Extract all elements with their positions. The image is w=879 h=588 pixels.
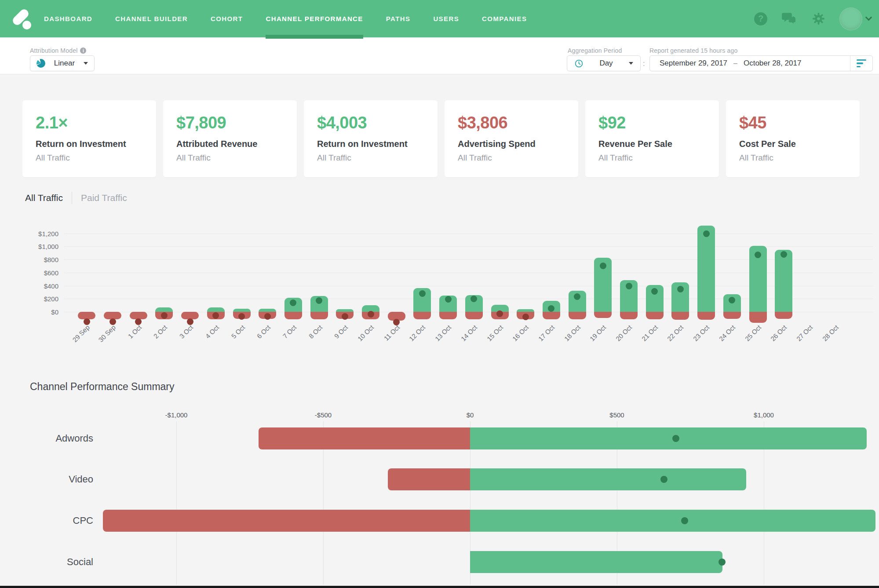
profit-dot[interactable] bbox=[719, 559, 726, 566]
profit-dot[interactable] bbox=[238, 313, 245, 320]
x-axis-label: 26 Oct bbox=[761, 323, 788, 351]
tab-paid-traffic[interactable]: Paid Traffic bbox=[81, 193, 127, 203]
x-axis-label: 17 Oct bbox=[529, 323, 556, 351]
bar-spend[interactable] bbox=[594, 312, 612, 318]
bar-spend[interactable] bbox=[388, 468, 470, 490]
profit-dot[interactable] bbox=[368, 311, 374, 318]
avatar[interactable] bbox=[840, 8, 862, 30]
profit-dot[interactable] bbox=[672, 435, 679, 442]
attribution-model-label: Attribution Model bbox=[30, 47, 86, 54]
bar-spend[interactable] bbox=[310, 312, 328, 319]
bar-revenue[interactable] bbox=[470, 468, 746, 490]
bar-spend[interactable] bbox=[413, 312, 431, 319]
nav-tab-users[interactable]: USERS bbox=[433, 0, 459, 37]
bar-spend[interactable] bbox=[569, 312, 586, 319]
kpi-title: Revenue Per Sale bbox=[598, 139, 715, 149]
bar-spend[interactable] bbox=[259, 427, 470, 449]
kpi-title: Cost Per Sale bbox=[739, 139, 855, 149]
nav-tab-channel-builder[interactable]: CHANNEL BUILDER bbox=[115, 0, 188, 37]
x-axis-label: 30 Sep bbox=[90, 323, 117, 351]
x-axis-label: 3 Oct bbox=[168, 323, 195, 351]
bar-spend[interactable] bbox=[439, 312, 457, 319]
summary-section-title: Channel Performance Summary bbox=[30, 381, 175, 393]
attribution-model-value: Linear bbox=[54, 59, 75, 68]
date-range-separator: – bbox=[733, 59, 737, 67]
top-nav: DASHBOARDCHANNEL BUILDERCOHORTCHANNEL PE… bbox=[0, 0, 879, 37]
bar-spend[interactable] bbox=[543, 312, 560, 319]
info-icon[interactable] bbox=[80, 47, 86, 54]
nav-tab-paths[interactable]: PATHS bbox=[386, 0, 411, 37]
bar-spend[interactable] bbox=[620, 312, 638, 319]
settings-icon[interactable] bbox=[811, 11, 826, 26]
kpi-card: $3,806Advertising SpendAll Traffic bbox=[445, 100, 578, 177]
bar-spend[interactable] bbox=[103, 510, 470, 532]
bar-revenue[interactable] bbox=[775, 250, 792, 312]
x-axis-label: 1 Oct bbox=[116, 323, 143, 351]
bar-spend[interactable] bbox=[646, 312, 664, 319]
bar-revenue[interactable] bbox=[697, 226, 715, 312]
traffic-tabs: All Traffic Paid Traffic bbox=[25, 192, 127, 204]
x-axis-label: 12 Oct bbox=[400, 323, 427, 351]
bar-revenue[interactable] bbox=[470, 427, 867, 449]
profit-dot[interactable] bbox=[264, 313, 271, 320]
chevron-down-icon bbox=[865, 14, 872, 21]
nav-tab-companies[interactable]: COMPANIES bbox=[482, 0, 527, 37]
date-range-picker[interactable]: September 29, 2017 – October 28, 2017 bbox=[649, 55, 873, 71]
x-axis-label: 6 Oct bbox=[245, 323, 272, 351]
bar-spend[interactable] bbox=[749, 312, 767, 323]
bar-spend[interactable] bbox=[284, 312, 302, 319]
bar-spend[interactable] bbox=[465, 312, 483, 319]
bar-revenue[interactable] bbox=[233, 309, 251, 312]
nav-tab-cohort[interactable]: COHORT bbox=[211, 0, 243, 37]
profit-dot[interactable] bbox=[781, 251, 787, 258]
nav-tab-dashboard[interactable]: DASHBOARD bbox=[44, 0, 92, 37]
x-axis-label: 15 Oct bbox=[477, 323, 504, 351]
date-box-divider bbox=[850, 56, 850, 71]
nav-tab-channel-performance[interactable]: CHANNEL PERFORMANCE bbox=[266, 0, 363, 37]
help-icon[interactable] bbox=[754, 12, 767, 26]
x-axis-label: 27 Oct bbox=[787, 323, 814, 351]
profit-dot[interactable] bbox=[342, 313, 348, 320]
profit-dot[interactable] bbox=[419, 290, 426, 297]
x-axis-label: 14 Oct bbox=[451, 323, 478, 351]
aggregation-period-select[interactable]: Day bbox=[567, 55, 641, 71]
summary-chart: -$1,000-$500$0$500$1,000AdwordsVideoCPCS… bbox=[0, 409, 879, 586]
filter-lines-icon[interactable] bbox=[857, 59, 867, 68]
bar-revenue[interactable] bbox=[470, 510, 875, 532]
kpi-card: 2.1×Return on InvestmentAll Traffic bbox=[22, 100, 156, 177]
y-axis-label: $0 bbox=[17, 308, 58, 316]
messages-icon[interactable] bbox=[781, 11, 797, 26]
x-axis-label: -$500 bbox=[315, 411, 332, 419]
profit-dot[interactable] bbox=[212, 312, 219, 319]
kpi-value: $7,809 bbox=[176, 113, 292, 132]
profit-dot[interactable] bbox=[445, 296, 452, 303]
profit-dot[interactable] bbox=[626, 283, 632, 289]
profit-dot[interactable] bbox=[729, 297, 735, 303]
tab-all-traffic[interactable]: All Traffic bbox=[25, 193, 63, 203]
bar-revenue[interactable] bbox=[259, 309, 276, 312]
bar-revenue[interactable] bbox=[155, 307, 173, 312]
bar-spend[interactable] bbox=[723, 312, 741, 319]
bar-spend[interactable] bbox=[697, 312, 715, 320]
y-axis-label: $1,200 bbox=[17, 230, 58, 237]
bar-revenue[interactable] bbox=[470, 551, 722, 573]
profit-dot[interactable] bbox=[522, 314, 529, 320]
kpi-subtitle: All Traffic bbox=[739, 153, 855, 163]
x-axis-label: 20 Oct bbox=[606, 323, 634, 351]
date-range-start: September 29, 2017 bbox=[660, 59, 727, 68]
tab-divider bbox=[72, 192, 72, 204]
nav-right-icons bbox=[754, 0, 871, 37]
profit-dot[interactable] bbox=[187, 318, 193, 325]
attribution-logo-icon[interactable] bbox=[11, 7, 35, 31]
bar-revenue[interactable] bbox=[207, 307, 225, 312]
kpi-value: $4,003 bbox=[317, 113, 433, 132]
bar-spend[interactable] bbox=[775, 312, 792, 319]
attribution-model-select[interactable]: Linear bbox=[30, 55, 95, 71]
profit-dot[interactable] bbox=[496, 310, 503, 317]
bar-spend[interactable] bbox=[671, 312, 689, 320]
profit-dot[interactable] bbox=[660, 476, 667, 483]
user-menu[interactable] bbox=[840, 8, 871, 30]
profit-dot[interactable] bbox=[681, 517, 688, 524]
report-generated-label: Report generated 15 hours ago bbox=[649, 47, 737, 54]
channel-label: CPC bbox=[14, 515, 93, 526]
